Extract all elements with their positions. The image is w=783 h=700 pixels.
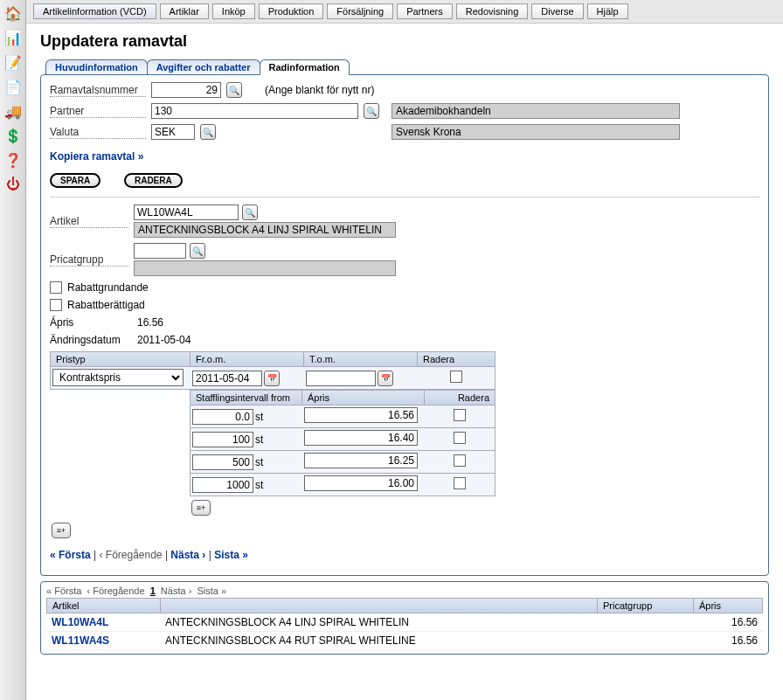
tab-avgifter[interactable]: Avgifter och rabatter [147, 59, 260, 74]
menu-artiklar[interactable]: Artiklar [160, 3, 209, 19]
page-title: Uppdatera ramavtal [40, 32, 769, 51]
power-icon[interactable]: ⏻ [3, 175, 23, 194]
tier-row: st [190, 474, 495, 496]
th-from: Fr.o.m. [191, 352, 304, 366]
pricatgrupp-input[interactable] [134, 243, 186, 259]
tom-date-input[interactable] [306, 371, 376, 386]
label-rabattgrundande: Rabattgrundande [67, 281, 149, 294]
tab-radinformation[interactable]: Radinformation [260, 59, 350, 75]
bottom-list: « Första ‹ Föregående 1 Nästa › Sista » … [40, 581, 769, 655]
chart-icon[interactable]: 📊 [3, 28, 23, 47]
tier-from-input[interactable] [192, 454, 253, 470]
tier-row: st [190, 451, 495, 474]
main-panel: Ramavtalsnummer 🔍 (Ange blankt för nytt … [40, 74, 769, 576]
tom-calendar-icon[interactable]: 📅 [378, 371, 393, 386]
ramavtal-input[interactable] [151, 82, 221, 98]
menu-hjalp[interactable]: Hjälp [587, 3, 628, 19]
row-price: 16.56 [693, 615, 763, 629]
menu-redovisning[interactable]: Redovisning [456, 3, 529, 19]
label-artikel: Artikel [50, 215, 128, 228]
tier-delete-checkbox[interactable] [454, 432, 466, 444]
artikel-search-icon[interactable]: 🔍 [242, 204, 258, 220]
partner-name: Akademibokhandeln [392, 103, 680, 119]
top-menu: Artikelinformation (VCD) Artiklar Inköp … [26, 0, 783, 24]
menu-diverse[interactable]: Diverse [531, 3, 583, 19]
row-pg [597, 634, 693, 648]
row-desc: ANTECKNINGSBLOCK A4 RUT SPIRAL WHITELINE [160, 634, 597, 648]
row-code-link[interactable]: WL10WA4L [52, 616, 108, 628]
tier-delete-checkbox[interactable] [454, 409, 466, 421]
help-icon[interactable]: ❓ [3, 150, 23, 170]
rabattberattigad-checkbox[interactable] [50, 299, 62, 311]
valuta-search-icon[interactable]: 🔍 [200, 124, 216, 140]
tier-unit: st [255, 411, 263, 423]
th-staffling: Stafflingsintervall from [191, 391, 302, 405]
pager-prev: ‹ Föregående [99, 549, 162, 561]
truck-icon[interactable]: 🚚 [3, 101, 23, 121]
valuta-input[interactable] [151, 124, 195, 140]
tab-strip: Huvudinformation Avgifter och rabatter R… [45, 59, 769, 74]
pricerow-delete-checkbox[interactable] [450, 371, 462, 383]
th-radera: Radera [418, 352, 495, 366]
add-tier-button[interactable]: ≡+ [191, 500, 211, 516]
save-button[interactable]: SPARA [50, 173, 100, 188]
artikel-name: ANTECKNINGSBLOCK A4 LINJ SPIRAL WHITELIN [134, 222, 396, 238]
row-code-link[interactable]: WL11WA4S [52, 634, 109, 647]
pager-last[interactable]: Sista » [214, 549, 248, 561]
delete-button[interactable]: RADERA [124, 173, 183, 188]
blank-note: (Ange blankt för nytt nr) [265, 84, 374, 96]
menu-forsaljning[interactable]: Försäljning [327, 3, 393, 19]
pricatgrupp-search-icon[interactable]: 🔍 [190, 243, 205, 259]
row-pg [597, 615, 693, 629]
tier-from-input[interactable] [192, 409, 253, 425]
sheet-icon[interactable]: 📄 [3, 77, 23, 96]
row-desc: ANTECKNINGSBLOCK A4 LINJ SPIRAL WHITELIN [160, 615, 597, 629]
andringsdatum-value: 2011-05-04 [137, 334, 191, 346]
label-partner: Partner [50, 105, 146, 118]
artikel-input[interactable] [134, 204, 239, 220]
from-calendar-icon[interactable]: 📅 [264, 371, 280, 386]
bth-artikel: Artikel [47, 599, 161, 613]
menu-inkop[interactable]: Inköp [212, 3, 255, 19]
pager-next[interactable]: Nästa › [170, 549, 205, 561]
bth-apris: Ápris [694, 599, 762, 613]
menu-artikelinformation[interactable]: Artikelinformation (VCD) [33, 3, 156, 19]
tier-row: st [190, 405, 495, 428]
tab-huvudinformation[interactable]: Huvudinformation [45, 59, 148, 74]
tier-delete-checkbox[interactable] [454, 454, 466, 467]
label-pricatgrupp: Pricatgrupp [50, 253, 128, 267]
kopiera-link[interactable]: Kopiera ramavtal » [50, 150, 143, 163]
list-row: WL10WA4LANTECKNINGSBLOCK A4 LINJ SPIRAL … [46, 613, 763, 632]
ramavtal-search-icon[interactable]: 🔍 [226, 82, 242, 98]
tier-unit: st [255, 479, 263, 491]
add-pricerow-button[interactable]: ≡+ [52, 523, 71, 538]
pristyp-select[interactable]: Kontraktspris [52, 369, 184, 386]
tier-price-input[interactable] [304, 475, 418, 491]
pricatgrupp-name [134, 260, 396, 276]
apris-value: 16.56 [137, 316, 163, 329]
money-icon[interactable]: 💲 [3, 126, 23, 145]
tier-delete-checkbox[interactable] [454, 477, 466, 489]
menu-produktion[interactable]: Produktion [259, 3, 324, 19]
bth-blank [161, 599, 598, 613]
th-radera2: Radera [425, 391, 495, 405]
home-icon[interactable]: 🏠 [3, 3, 23, 23]
rabattgrundande-checkbox[interactable] [50, 281, 62, 294]
list-row: WL11WA4SANTECKNINGSBLOCK A4 RUT SPIRAL W… [46, 632, 763, 650]
tier-unit: st [255, 433, 263, 446]
menu-partners[interactable]: Partners [397, 3, 453, 19]
tier-price-input[interactable] [304, 453, 418, 468]
valuta-name: Svensk Krona [392, 124, 680, 140]
partner-search-icon[interactable]: 🔍 [364, 103, 379, 119]
tier-price-input[interactable] [304, 430, 418, 446]
tier-price-input[interactable] [304, 407, 418, 423]
tier-from-input[interactable] [192, 477, 253, 493]
label-rabattberattigad: Rabattberättigad [67, 299, 145, 311]
edit-icon[interactable]: 📝 [3, 52, 23, 72]
label-apris: Ápris [50, 316, 137, 329]
from-date-input[interactable] [192, 371, 262, 386]
partner-input[interactable] [151, 103, 358, 119]
tier-from-input[interactable] [192, 432, 253, 447]
row-price: 16.56 [693, 634, 763, 648]
pager-first[interactable]: « Första [50, 549, 91, 561]
